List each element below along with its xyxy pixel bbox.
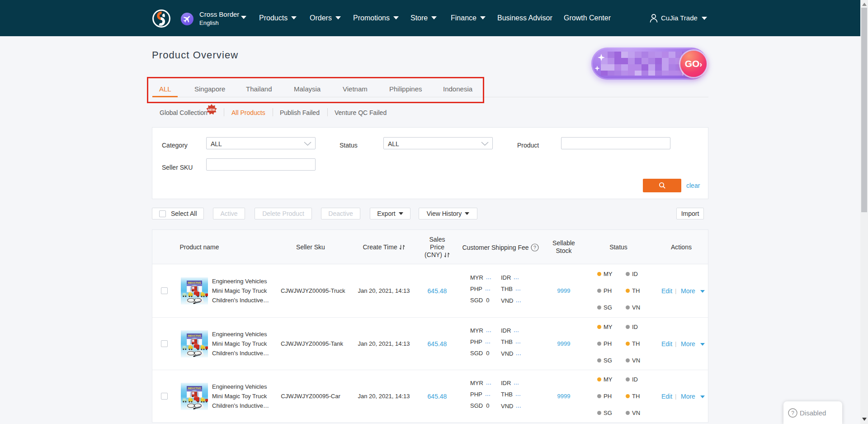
svg-text:?: ?: [791, 410, 794, 416]
svg-text:INDUCTIVE: INDUCTIVE: [188, 281, 201, 284]
svg-text:?: ?: [533, 245, 536, 250]
svg-text:INDUCTIVE: INDUCTIVE: [188, 334, 201, 337]
svg-text:INDUCTIVE: INDUCTIVE: [188, 387, 201, 390]
svg-text:NEW: NEW: [208, 108, 215, 111]
